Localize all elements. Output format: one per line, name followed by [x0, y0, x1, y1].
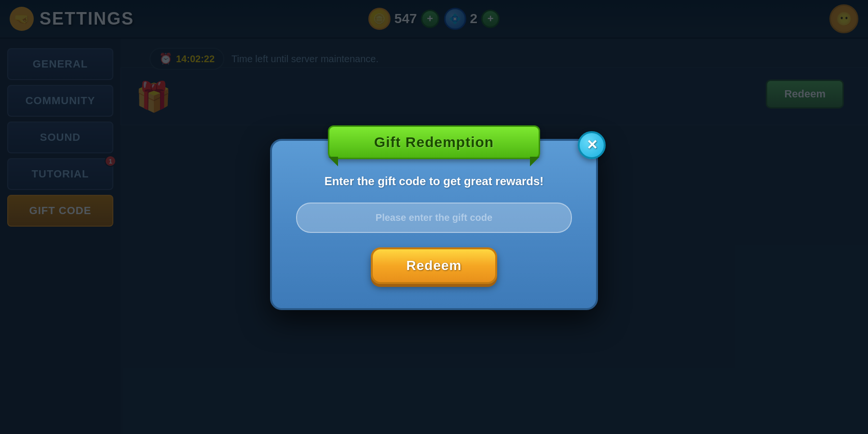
gift-input-wrapper [296, 203, 572, 233]
modal-overlay: Gift Redemption ✕ Enter the gift code to… [0, 0, 868, 434]
modal-banner: Gift Redemption [328, 125, 540, 159]
modal-redeem-button[interactable]: Redeem [371, 247, 498, 284]
gift-code-input[interactable] [296, 203, 572, 233]
modal-title: Gift Redemption [374, 134, 494, 150]
close-icon: ✕ [586, 138, 597, 152]
gift-redemption-modal: Gift Redemption ✕ Enter the gift code to… [270, 139, 598, 310]
close-button[interactable]: ✕ [578, 131, 606, 159]
modal-subtitle: Enter the gift code to get great rewards… [296, 175, 572, 188]
